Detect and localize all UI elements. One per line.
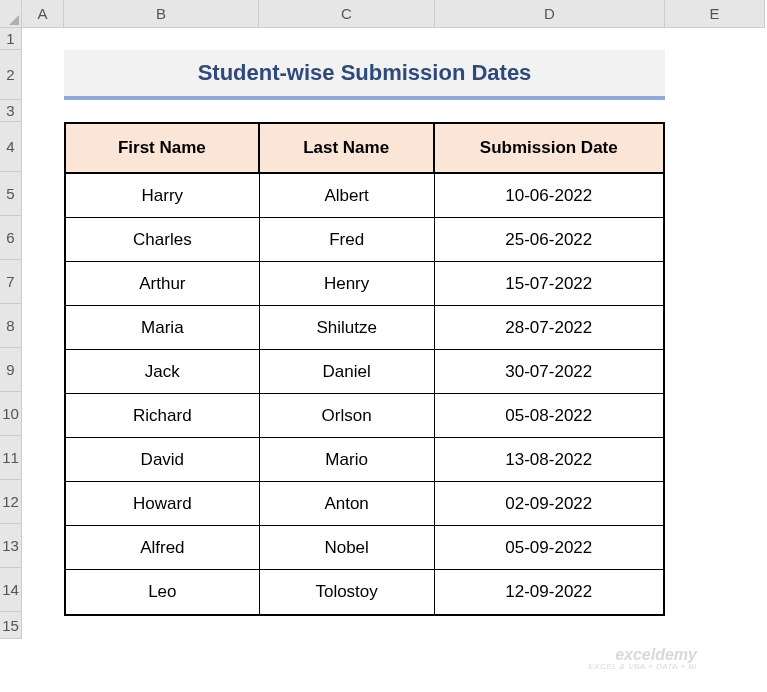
table-cell[interactable]: Shilutze [260,306,435,350]
empty-cell[interactable] [22,100,64,122]
table-cell[interactable]: 05-09-2022 [435,526,663,570]
empty-cell[interactable] [259,612,435,639]
row-header-3[interactable]: 3 [0,100,22,122]
row-header-10[interactable]: 10 [0,392,22,436]
page-title[interactable]: Student-wise Submission Dates [64,50,665,100]
empty-cell[interactable] [665,480,765,524]
table-cell[interactable]: Jack [66,350,260,394]
table-header-cell[interactable]: Submission Date [435,124,663,174]
table-cell[interactable]: Mario [260,438,435,482]
table-cell[interactable]: 15-07-2022 [435,262,663,306]
empty-cell[interactable] [665,172,765,216]
table-cell[interactable]: Charles [66,218,260,262]
empty-cell[interactable] [665,50,765,100]
table-cell[interactable]: 30-07-2022 [435,350,663,394]
table-cell[interactable]: Albert [260,174,435,218]
table-cell[interactable]: Howard [66,482,260,526]
row-header-15[interactable]: 15 [0,612,22,639]
table-cell[interactable]: David [66,438,260,482]
empty-cell[interactable] [665,612,765,639]
table-cell[interactable]: Alfred [66,526,260,570]
row-header-5[interactable]: 5 [0,172,22,216]
table-cell[interactable]: 28-07-2022 [435,306,663,350]
empty-cell[interactable] [22,392,64,436]
empty-cell[interactable] [22,122,64,172]
empty-cell[interactable] [22,50,64,100]
table-cell[interactable]: Nobel [260,526,435,570]
col-header-B[interactable]: B [64,0,259,28]
table-cell[interactable]: Richard [66,394,260,438]
table-cell[interactable]: 12-09-2022 [435,570,663,614]
empty-cell[interactable] [259,28,435,50]
table-cell[interactable]: 13-08-2022 [435,438,663,482]
empty-cell[interactable] [22,436,64,480]
empty-cell[interactable] [22,304,64,348]
empty-cell[interactable] [22,260,64,304]
empty-cell[interactable] [64,28,259,50]
table-cell[interactable]: Arthur [66,262,260,306]
empty-cell[interactable] [665,392,765,436]
empty-cell[interactable] [665,100,765,122]
empty-cell[interactable] [22,568,64,612]
table-cell[interactable]: 02-09-2022 [435,482,663,526]
table-cell[interactable]: Anton [260,482,435,526]
col-header-A[interactable]: A [22,0,64,28]
empty-cell[interactable] [22,216,64,260]
empty-cell[interactable] [64,612,259,639]
table-cell[interactable]: Henry [260,262,435,306]
empty-cell[interactable] [665,568,765,612]
table-cell[interactable]: Tolostoy [260,570,435,614]
table-row: AlfredNobel05-09-2022 [66,526,663,570]
row-header-14[interactable]: 14 [0,568,22,612]
empty-cell[interactable] [435,100,665,122]
table-header-cell[interactable]: Last Name [260,124,435,174]
row-header-12[interactable]: 12 [0,480,22,524]
col-header-E[interactable]: E [665,0,765,28]
empty-cell[interactable] [665,28,765,50]
row-headers: 123456789101112131415 [0,28,22,639]
row-header-7[interactable]: 7 [0,260,22,304]
row-header-9[interactable]: 9 [0,348,22,392]
empty-cell[interactable] [435,612,665,639]
empty-cell[interactable] [64,100,259,122]
empty-cell[interactable] [259,100,435,122]
row-header-11[interactable]: 11 [0,436,22,480]
empty-cell[interactable] [665,260,765,304]
table-header-cell[interactable]: First Name [66,124,260,174]
col-header-D[interactable]: D [435,0,665,28]
table-cell[interactable]: 25-06-2022 [435,218,663,262]
empty-cell[interactable] [665,436,765,480]
empty-cell[interactable] [665,216,765,260]
table-cell[interactable]: 10-06-2022 [435,174,663,218]
empty-cell[interactable] [435,28,665,50]
empty-cell[interactable] [22,612,64,639]
empty-cell[interactable] [665,122,765,172]
table-row: LeoTolostoy12-09-2022 [66,570,663,614]
empty-cell[interactable] [22,28,64,50]
table-cell[interactable]: Daniel [260,350,435,394]
row-header-1[interactable]: 1 [0,28,22,50]
empty-cell[interactable] [22,348,64,392]
table-cell[interactable]: Fred [260,218,435,262]
table-cell[interactable]: Leo [66,570,260,614]
row-header-13[interactable]: 13 [0,524,22,568]
row-header-8[interactable]: 8 [0,304,22,348]
empty-cell[interactable] [665,524,765,568]
select-all-corner[interactable] [0,0,22,28]
empty-cell[interactable] [665,304,765,348]
empty-cell[interactable] [22,524,64,568]
col-header-C[interactable]: C [259,0,435,28]
row-header-2[interactable]: 2 [0,50,22,100]
table-cell[interactable]: Harry [66,174,260,218]
watermark: exceldemy EXCEL & VBA + DATA + BI [588,646,697,672]
empty-cell[interactable] [665,348,765,392]
empty-cell[interactable] [22,480,64,524]
row-header-6[interactable]: 6 [0,216,22,260]
table-header-row: First NameLast NameSubmission Date [66,124,663,174]
table-cell[interactable]: Maria [66,306,260,350]
empty-cell[interactable] [22,172,64,216]
row-header-4[interactable]: 4 [0,122,22,172]
watermark-brand: exceldemy [588,646,697,664]
table-cell[interactable]: 05-08-2022 [435,394,663,438]
table-cell[interactable]: Orlson [260,394,435,438]
